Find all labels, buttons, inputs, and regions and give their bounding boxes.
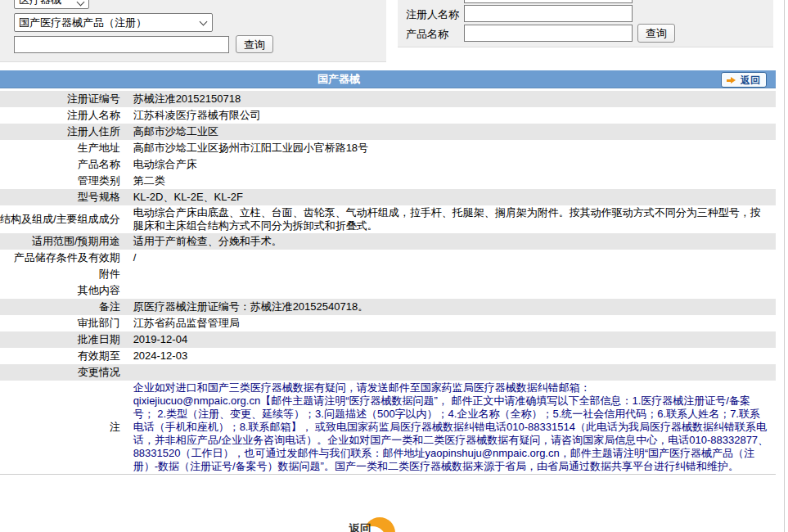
row-label: 产品名称	[0, 156, 127, 173]
row-value: 江苏省药品监督管理局	[127, 315, 776, 331]
right-edge-divider	[784, 0, 785, 532]
row-value: 适用于产前检查、分娩和手术。	[127, 233, 776, 250]
back-button-label: 返回	[741, 74, 760, 87]
row-label: 适用范围/预期用途	[0, 233, 127, 250]
note-text: 企业如对进口和国产三类医疗器械数据有疑问，请发送邮件至国家药监局医疗器械数据纠错…	[127, 381, 776, 475]
footer-back-button[interactable]: 返回	[349, 517, 395, 532]
table-row-note: 注企业如对进口和国产三类医疗器械数据有疑问，请发送邮件至国家药监局医疗器械数据纠…	[0, 381, 776, 475]
row-label: 审批部门	[0, 315, 127, 331]
row-label: 结构及组成/主要组成成分	[0, 205, 127, 233]
row-label: 注册证编号	[0, 91, 127, 107]
back-button[interactable]: 返回	[721, 72, 767, 88]
table-row: 变更情况	[0, 364, 776, 381]
product-type-select[interactable]: 国产医疗器械产品（注册）	[14, 13, 213, 32]
row-value	[127, 266, 776, 282]
table-row: 结构及组成/主要组成成分电动综合产床由底盘、立柱、台面、齿轮泵、气动杆组成，拉手…	[0, 205, 776, 233]
row-label: 备注	[0, 299, 127, 315]
row-value: 第二类	[127, 173, 776, 189]
table-row: 型号规格KL-2D、KL-2E、KL-2F	[0, 189, 776, 205]
footer-back-label: 返回	[349, 522, 371, 532]
row-value: 2019-12-04	[127, 331, 776, 348]
row-label: 管理类别	[0, 173, 127, 189]
row-value: /	[127, 250, 776, 266]
row-label: 变更情况	[0, 364, 127, 381]
table-row: 产品名称电动综合产床	[0, 156, 776, 173]
row-label: 注	[0, 381, 127, 475]
table-row: 生产地址高邮市沙埝工业区扬州市江阳工业园小官桥路18号	[0, 140, 776, 156]
search-panel-left: 医疗器械 国产医疗器械产品（注册） 查询	[0, 0, 386, 62]
table-row: 其他内容	[0, 282, 776, 299]
clipped-top-input[interactable]	[464, 0, 633, 3]
row-label: 附件	[0, 266, 127, 282]
row-label: 有效期至	[0, 348, 127, 364]
row-value	[127, 364, 776, 381]
keyword-input[interactable]	[14, 36, 229, 53]
section-title: 国产器械	[0, 70, 678, 88]
row-value: 江苏科凌医疗器械有限公司	[127, 107, 776, 124]
row-label: 其他内容	[0, 282, 127, 299]
row-label: 生产地址	[0, 140, 127, 156]
table-row: 适用范围/预期用途适用于产前检查、分娩和手术。	[0, 233, 776, 250]
row-value: 原医疗器械注册证编号：苏械注准20152540718。	[127, 299, 776, 315]
table-row: 注册证编号苏械注准20152150718	[0, 91, 776, 107]
registrant-name-label: 注册人名称	[406, 7, 459, 22]
row-value: 高邮市沙埝工业区	[127, 124, 776, 140]
row-value: KL-2D、KL-2E、KL-2F	[127, 189, 776, 205]
row-value: 2024-12-03	[127, 348, 776, 364]
row-value: 苏械注准20152150718	[127, 91, 776, 107]
table-row: 批准日期2019-12-04	[0, 331, 776, 348]
right-query-button[interactable]: 查询	[637, 24, 675, 43]
device-detail-table: 注册证编号苏械注准20152150718 注册人名称江苏科凌医疗器械有限公司 注…	[0, 91, 776, 475]
table-row: 审批部门江苏省药品监督管理局	[0, 315, 776, 331]
row-value: 电动综合产床由底盘、立柱、台面、齿轮泵、气动杆组成，拉手杆、托腿架、搁肩架为附件…	[127, 205, 776, 233]
product-name-label: 产品名称	[406, 27, 448, 42]
category-select[interactable]: 医疗器械	[14, 0, 89, 9]
row-label: 注册人名称	[0, 107, 127, 124]
table-row: 有效期至2024-12-03	[0, 348, 776, 364]
orange-arrow-icon	[727, 76, 736, 84]
left-query-button[interactable]: 查询	[236, 35, 273, 53]
table-row: 注册人住所高邮市沙埝工业区	[0, 124, 776, 140]
section-header-bar: 国产器械 返回	[0, 70, 776, 88]
page: { "search_left": { "category_select": "医…	[0, 0, 788, 532]
registrant-name-input[interactable]	[464, 5, 633, 22]
table-row: 注册人名称江苏科凌医疗器械有限公司	[0, 107, 776, 124]
search-panel-right: 注册人名称 产品名称 查询	[398, 0, 773, 47]
row-label: 批准日期	[0, 331, 127, 348]
row-label: 注册人住所	[0, 124, 127, 140]
table-row: 备注原医疗器械注册证编号：苏械注准20152540718。	[0, 299, 776, 315]
table-row: 管理类别第二类	[0, 173, 776, 189]
row-label: 产品储存条件及有效期	[0, 250, 127, 266]
table-row: 产品储存条件及有效期/	[0, 250, 776, 266]
product-name-input[interactable]	[464, 25, 633, 42]
row-value: 高邮市沙埝工业区扬州市江阳工业园小官桥路18号	[127, 140, 776, 156]
row-label: 型号规格	[0, 189, 127, 205]
row-value	[127, 282, 776, 299]
table-row: 附件	[0, 266, 776, 282]
row-value: 电动综合产床	[127, 156, 776, 173]
